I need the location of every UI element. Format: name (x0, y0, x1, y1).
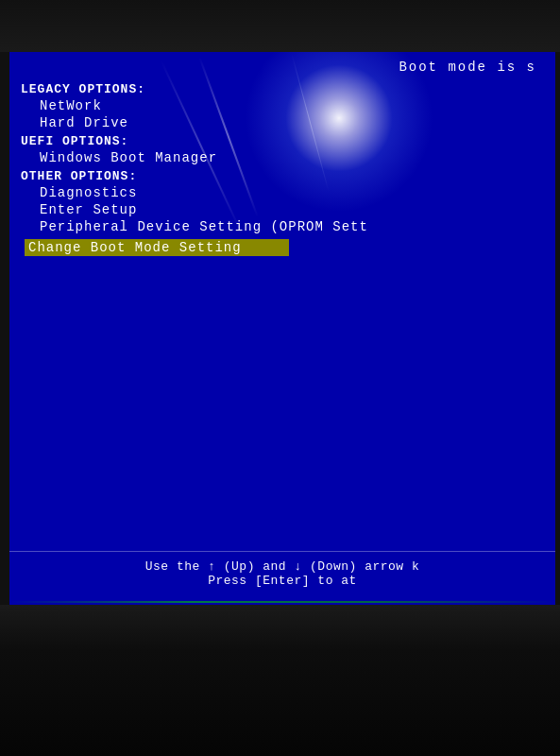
bezel-top (0, 0, 560, 52)
boot-mode-status: Boot mode is s (21, 60, 544, 75)
instruction-line-2: Press [Enter] to at (28, 574, 536, 588)
uefi-options-header: UEFI OPTIONS: (21, 134, 544, 148)
bios-content: Boot mode is s LEGACY OPTIONS: NetWork H… (9, 52, 555, 268)
instructions-box: Use the ↑ (Up) and ↓ (Down) arrow k Pres… (9, 551, 555, 595)
instruction-line-1: Use the ↑ (Up) and ↓ (Down) arrow k (28, 559, 536, 574)
legacy-options-header: LEGACY OPTIONS: (21, 82, 544, 96)
bios-screen: Boot mode is s LEGACY OPTIONS: NetWork H… (9, 52, 555, 605)
menu-item-change-boot-mode[interactable]: Change Boot Mode Setting (25, 239, 289, 256)
menu-item-enter-setup[interactable]: Enter Setup (21, 202, 544, 217)
menu-item-change-boot-mode-wrapper: Change Boot Mode Setting (21, 237, 544, 258)
menu-item-windows-boot-manager[interactable]: Windows Boot Manager (21, 150, 544, 165)
menu-item-network[interactable]: NetWork (21, 98, 544, 113)
menu-item-hard-drive[interactable]: Hard Drive (21, 115, 544, 130)
green-scan-line (9, 601, 555, 603)
screen-wrapper: Boot mode is s LEGACY OPTIONS: NetWork H… (0, 0, 560, 756)
other-options-header: OTHER OPTIONS: (21, 169, 544, 183)
bezel-left (0, 52, 9, 605)
menu-item-diagnostics[interactable]: Diagnostics (21, 185, 544, 200)
menu-item-peripheral-device[interactable]: Peripheral Device Setting (OPROM Sett (21, 219, 544, 234)
bezel-right (555, 52, 560, 605)
bezel-bottom (0, 605, 560, 756)
